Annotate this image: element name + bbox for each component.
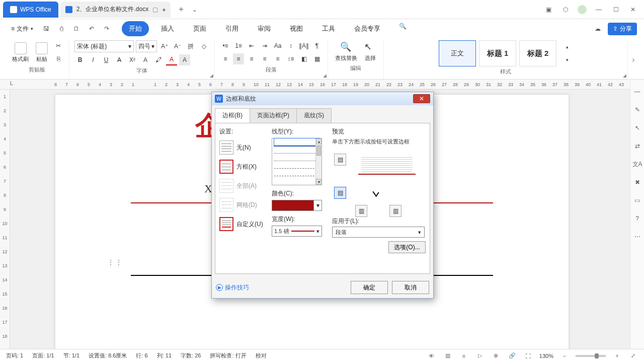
tab-tools[interactable]: 工具 (315, 21, 342, 36)
document-tab[interactable]: 2、企业单位名称文件.docx ▢ ● (60, 2, 171, 18)
line-height-icon[interactable]: ↕≡ (285, 53, 296, 64)
paragraph-drag-handle-icon[interactable]: ⋮⋮ (107, 258, 123, 266)
align-right-icon[interactable]: ≡ (246, 53, 257, 64)
increase-indent-icon[interactable]: ⇥ (259, 40, 270, 51)
style-heading2[interactable]: 标题 2 (519, 40, 556, 66)
cut-icon[interactable]: ✂ (53, 40, 64, 51)
align-left-icon[interactable]: ≡ (220, 53, 231, 64)
file-menu[interactable]: ≡ 文件 ▾ (7, 23, 37, 35)
tab-start[interactable]: 开始 (122, 21, 149, 36)
status-section[interactable]: 节: 1/1 (63, 352, 79, 359)
horizontal-ruler[interactable]: └ 87654321123456789101112131415161718192… (0, 80, 644, 90)
status-link-icon[interactable]: 🔗 (507, 351, 517, 361)
styles-up-icon[interactable]: ▴ (561, 41, 573, 52)
tips-link[interactable]: ▶ 操作技巧 (216, 283, 249, 292)
undo-icon[interactable]: ↶ (87, 24, 97, 34)
zoom-out-icon[interactable]: − (559, 351, 570, 361)
view-print-layout-icon[interactable]: ▥ (443, 351, 453, 361)
status-eye-icon[interactable]: 👁 (427, 351, 437, 361)
scroll-up-icon[interactable]: ▴ (316, 138, 321, 144)
linetype-dotted-fine[interactable] (274, 154, 319, 161)
grow-font-icon[interactable]: A⁺ (159, 41, 170, 52)
status-pages[interactable]: 页面: 1/1 (32, 352, 54, 359)
linetype-dashed[interactable] (274, 161, 319, 169)
window-layout-icon[interactable]: ▣ (543, 5, 553, 15)
zoom-value[interactable]: 130% (539, 353, 553, 359)
shrink-font-icon[interactable]: A⁻ (172, 41, 183, 52)
font-color-icon[interactable]: A (166, 54, 177, 65)
vertical-ruler[interactable]: 123456789101112131415161718 (0, 90, 10, 349)
tab-menu-dropdown[interactable]: ⌄ (190, 5, 200, 15)
dialog-tab-border[interactable]: 边框(B) (215, 108, 250, 123)
preview-top-border-button[interactable]: ▤ (334, 154, 346, 166)
tab-page[interactable]: 页面 (186, 21, 213, 36)
status-col[interactable]: 列: 11 (157, 352, 172, 359)
status-proof[interactable]: 校对 (256, 352, 267, 359)
cube-icon[interactable]: ⬡ (560, 5, 571, 15)
ribbon-overflow-icon[interactable]: › (628, 54, 639, 65)
font-dialog-launcher[interactable]: ◢ (210, 73, 213, 78)
zoom-slider[interactable] (576, 355, 606, 357)
dialog-tab-shading[interactable]: 底纹(S) (296, 108, 332, 123)
zoom-in-icon[interactable]: ＋ (612, 351, 622, 361)
setting-all[interactable]: 全部(A) (219, 176, 268, 195)
print-preview-icon[interactable]: 🗋 (71, 24, 82, 34)
decrease-indent-icon[interactable]: ⇤ (246, 40, 257, 51)
bullets-icon[interactable]: •≡ (220, 40, 231, 51)
sidebar-settings-icon[interactable]: ⇄ (632, 141, 642, 151)
cloud-icon[interactable]: ☁ (593, 24, 603, 34)
minimize-button[interactable]: — (594, 5, 604, 15)
dialog-titlebar[interactable]: W 边框和底纹 ✕ (212, 92, 433, 105)
sidebar-translate-icon[interactable]: 文A (632, 159, 642, 169)
style-heading1[interactable]: 标题 1 (479, 40, 516, 66)
sidebar-help-icon[interactable]: ? (632, 213, 642, 224)
char-shading-icon[interactable]: A (179, 54, 190, 65)
show-marks-icon[interactable]: ¶ (311, 40, 323, 51)
dialog-tab-page-border[interactable]: 页面边框(P) (250, 108, 297, 123)
close-button[interactable]: ✕ (628, 5, 638, 15)
view-outline-icon[interactable]: ≡ (459, 351, 469, 361)
options-button[interactable]: 选项(O)... (388, 241, 426, 253)
linetype-dash-dot[interactable] (274, 169, 319, 176)
underline-icon[interactable]: U (101, 54, 112, 65)
tab-review[interactable]: 审阅 (251, 21, 278, 36)
dialog-close-button[interactable]: ✕ (413, 94, 430, 103)
paste-button[interactable]: 粘贴 (34, 41, 50, 64)
user-avatar-icon[interactable] (578, 5, 587, 14)
tab-vip[interactable]: 会员专享 (347, 21, 387, 36)
status-spell-check[interactable]: 拼写检查: 打开 (210, 352, 246, 359)
preview-right-border-button[interactable]: ▥ (389, 205, 401, 217)
share-button[interactable]: ⇪ 分享 (608, 23, 637, 35)
numbering-icon[interactable]: 1≡ (233, 40, 244, 51)
sidebar-read-icon[interactable]: ▭ (632, 195, 642, 205)
styles-dialog-launcher[interactable]: ◢ (623, 73, 626, 78)
tab-insert[interactable]: 插入 (154, 21, 181, 36)
strikethrough-icon[interactable]: A̶ (114, 54, 125, 65)
scroll-down-icon[interactable]: ▾ (316, 179, 321, 185)
scroll-thumb[interactable] (316, 146, 321, 156)
new-tab-button[interactable]: ＋ (175, 3, 188, 16)
phonetic-guide-icon[interactable]: 拼 (185, 41, 196, 52)
preview-bottom-border-button[interactable]: ▤ (334, 187, 346, 199)
status-set-value[interactable]: 设置值: 8.6厘米 (89, 352, 127, 359)
copy-icon[interactable]: ⎘ (53, 53, 64, 64)
ok-button[interactable]: 确定 (351, 281, 388, 294)
superscript-icon[interactable]: X² (127, 54, 138, 65)
status-word-count[interactable]: 字数: 26 (181, 352, 201, 359)
linetype-scrollbar[interactable]: ▴ ▾ (315, 138, 321, 185)
tab-reference[interactable]: 引用 (218, 21, 246, 36)
line-spacing-icon[interactable]: ‖A‖ (298, 40, 309, 51)
tab-view[interactable]: 视图 (283, 21, 310, 36)
setting-custom[interactable]: 自定义(U) (219, 214, 268, 234)
clear-format-icon[interactable]: ◇ (198, 41, 209, 52)
change-case-icon[interactable]: Aa (272, 40, 283, 51)
print-icon[interactable]: ⎙ (56, 24, 66, 34)
zoom-slider-thumb[interactable] (595, 353, 599, 358)
status-row[interactable]: 行: 6 (136, 352, 147, 359)
setting-grid[interactable]: 网格(D) (219, 195, 268, 214)
text-effects-icon[interactable]: A (140, 54, 151, 65)
shading-icon[interactable]: ◧ (298, 53, 309, 64)
sidebar-tools-icon[interactable]: ✖ (632, 177, 642, 187)
sidebar-select-icon[interactable]: ↖ (632, 123, 642, 133)
sort-icon[interactable]: ↕ (285, 40, 296, 51)
